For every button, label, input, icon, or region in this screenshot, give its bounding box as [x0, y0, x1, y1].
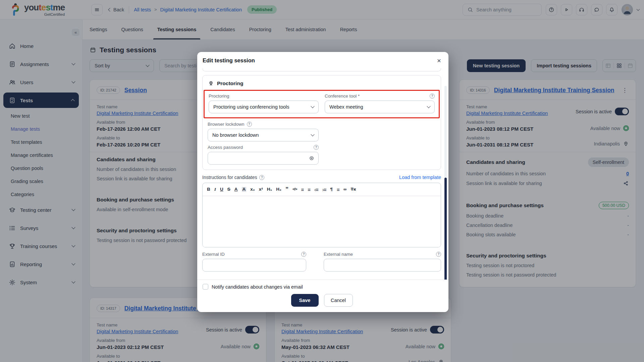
- font-color-icon[interactable]: A: [234, 187, 238, 192]
- proctoring-highlight-box: Proctoring Proctoring using conferencing…: [204, 90, 440, 118]
- webcam-icon: [208, 80, 214, 87]
- access-password-field: [208, 152, 319, 165]
- info-icon[interactable]: [436, 252, 441, 257]
- modal-title: Edit testing session: [203, 57, 255, 64]
- instructions-label: Instructions for candidates: [202, 175, 257, 180]
- info-icon[interactable]: [314, 145, 319, 150]
- italic-icon[interactable]: I: [214, 187, 216, 192]
- strikethrough-icon[interactable]: S: [227, 187, 230, 192]
- external-id-label: External ID: [202, 252, 225, 257]
- conference-tool-value: Webex meeting: [329, 104, 363, 110]
- code-icon[interactable]: </>: [292, 187, 297, 191]
- info-icon[interactable]: [259, 175, 264, 180]
- proctoring-section-title: Proctoring: [217, 80, 243, 86]
- align-icon[interactable]: ≡: [337, 187, 339, 192]
- conference-tool-label: Conference tool *: [325, 94, 360, 99]
- notify-candidates-label: Notify candidates about changes via emai…: [212, 284, 303, 290]
- scrolled-section-remnant: [202, 68, 441, 71]
- ordered-list-icon[interactable]: ≡: [301, 187, 304, 192]
- modal-body: Proctoring Proctoring Proctoring using c…: [197, 67, 448, 280]
- proctoring-panel: Proctoring Proctoring Proctoring using c…: [202, 75, 441, 170]
- load-from-template-link[interactable]: Load from template: [399, 175, 441, 180]
- underline-icon[interactable]: U: [220, 187, 223, 192]
- save-button[interactable]: Save: [291, 294, 319, 307]
- edit-testing-session-modal: Edit testing session Proctoring Proctori…: [197, 52, 448, 312]
- proctoring-label: Proctoring: [209, 94, 319, 99]
- heading2-icon[interactable]: H₂: [276, 187, 281, 192]
- indent-icon[interactable]: ›≡: [322, 187, 326, 192]
- subscript-icon[interactable]: x₂: [250, 187, 255, 192]
- highlight-icon[interactable]: A: [242, 187, 247, 192]
- browser-lockdown-select[interactable]: No browser lockdown: [208, 129, 319, 141]
- external-name-field: [324, 259, 441, 272]
- instructions-editor: B I U S A A x₂ x² H₁ H₂: [202, 183, 441, 247]
- chevron-down-icon: [311, 104, 314, 108]
- eye-icon[interactable]: [309, 155, 315, 161]
- info-icon[interactable]: [430, 94, 435, 99]
- external-id-input[interactable]: [206, 262, 302, 268]
- notify-candidates-checkbox[interactable]: [203, 284, 208, 290]
- external-name-input[interactable]: [328, 262, 437, 268]
- conference-tool-select[interactable]: Webex meeting: [325, 101, 435, 113]
- paragraph-direction-icon[interactable]: ¶: [330, 187, 333, 192]
- info-icon[interactable]: [247, 122, 252, 127]
- bold-icon[interactable]: B: [207, 187, 210, 192]
- browser-lockdown-value: No browser lockdown: [212, 132, 259, 138]
- heading1-icon[interactable]: H₁: [267, 187, 272, 192]
- editor-toolbar: B I U S A A x₂ x² H₁ H₂: [203, 183, 441, 196]
- chevron-down-icon: [311, 132, 314, 136]
- blockquote-icon[interactable]: ”: [285, 186, 288, 192]
- remove-format-icon[interactable]: Tx: [351, 187, 356, 192]
- link-icon[interactable]: ∞: [343, 187, 347, 192]
- proctoring-select[interactable]: Proctoring using conferencing tools: [209, 101, 319, 113]
- access-password-label: Access password: [208, 145, 243, 150]
- access-password-input[interactable]: [212, 156, 309, 161]
- modal-scrollbar-thumb[interactable]: [444, 178, 447, 280]
- cancel-button[interactable]: Cancel: [324, 294, 353, 307]
- external-id-field: [202, 259, 306, 272]
- editor-body[interactable]: [203, 196, 441, 247]
- chevron-down-icon: [427, 104, 430, 108]
- bullet-list-icon[interactable]: ≡: [308, 187, 310, 192]
- external-name-label: External name: [324, 252, 353, 257]
- outdent-icon[interactable]: ‹≡: [314, 187, 318, 192]
- superscript-icon[interactable]: x²: [259, 187, 263, 192]
- proctoring-select-value: Proctoring using conferencing tools: [213, 104, 289, 110]
- browser-lockdown-label: Browser lockdown: [208, 122, 245, 127]
- close-icon[interactable]: [437, 57, 441, 64]
- info-icon[interactable]: [301, 252, 306, 257]
